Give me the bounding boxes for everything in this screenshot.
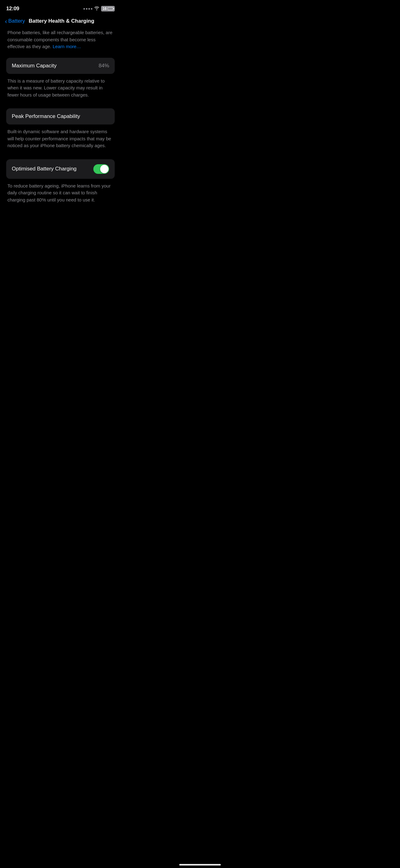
page-title: Battery Health & Charging xyxy=(29,18,95,24)
status-bar-left: 12:09 xyxy=(6,6,19,12)
status-bar: 12:09 16 xyxy=(0,0,121,16)
status-bar-right: 16 xyxy=(84,6,115,11)
optimised-charging-row: Optimised Battery Charging xyxy=(6,159,115,179)
battery-status-indicator: 16 xyxy=(101,6,115,11)
maximum-capacity-row: Maximum Capacity 84% xyxy=(6,58,115,74)
signal-dot-4 xyxy=(91,8,92,10)
wifi-icon xyxy=(94,6,99,11)
back-label[interactable]: Battery xyxy=(8,18,25,24)
toggle-thumb xyxy=(100,165,108,173)
maximum-capacity-description: This is a measure of battery capacity re… xyxy=(6,76,115,104)
optimised-charging-toggle[interactable] xyxy=(93,164,109,174)
peak-performance-card: Peak Performance Capability xyxy=(6,108,115,124)
peak-performance-row: Peak Performance Capability xyxy=(6,108,115,124)
optimised-charging-description: To reduce battery ageing, iPhone learns … xyxy=(6,181,115,209)
nav-header: ‹ Battery Battery Health & Charging xyxy=(0,16,121,29)
signal-dot-1 xyxy=(84,8,85,10)
maximum-capacity-card: Maximum Capacity 84% xyxy=(6,58,115,74)
battery-icon xyxy=(108,7,113,10)
maximum-capacity-label: Maximum Capacity xyxy=(12,63,57,69)
peak-performance-label: Peak Performance Capability xyxy=(12,113,80,120)
optimised-charging-label: Optimised Battery Charging xyxy=(12,166,76,172)
battery-level: 16 xyxy=(103,6,107,11)
optimised-charging-card: Optimised Battery Charging xyxy=(6,159,115,179)
back-button[interactable]: ‹ Battery xyxy=(5,18,25,24)
peak-performance-description: Built-in dynamic software and hardware s… xyxy=(6,127,115,154)
intro-paragraph: Phone batteries, like all rechargeable b… xyxy=(6,29,115,50)
status-time: 12:09 xyxy=(6,6,19,12)
signal-dots xyxy=(84,8,92,10)
learn-more-link[interactable]: Learn more… xyxy=(53,44,81,49)
signal-dot-2 xyxy=(86,8,88,10)
content-area: Phone batteries, like all rechargeable b… xyxy=(0,29,121,208)
back-chevron-icon: ‹ xyxy=(5,18,7,24)
signal-dot-3 xyxy=(88,8,90,10)
maximum-capacity-value: 84% xyxy=(99,63,109,69)
